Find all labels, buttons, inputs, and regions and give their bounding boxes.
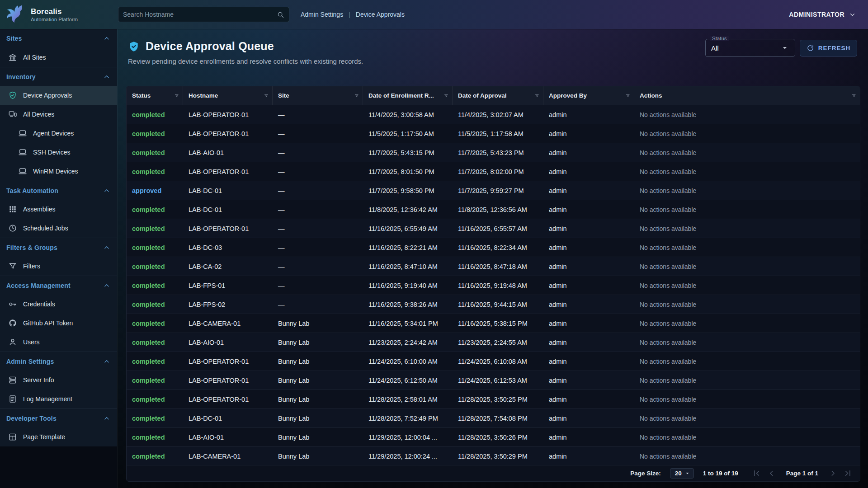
table-row[interactable]: completedLAB-OPERATOR-01—11/7/2025, 8:01… [127,162,860,181]
pagination: Page Size: 20 1 to 19 of 19 Page 1 of 1 [127,465,860,481]
column-header-date-of-approval[interactable]: Date of Approval [453,86,543,105]
sidebar-item-credentials[interactable]: Credentials [0,295,117,314]
actions-cell: No actions available [634,352,860,371]
sidebar-item-assemblies[interactable]: Assemblies [0,200,117,219]
search-input[interactable] [123,11,277,18]
column-header-approved-by[interactable]: Approved By [543,86,634,105]
table-row[interactable]: completedLAB-AIO-01—11/7/2025, 5:43:15 P… [127,143,860,162]
column-header-actions[interactable]: Actions [634,86,860,105]
sidebar-item-users[interactable]: Users [0,333,117,352]
sidebar-item-all-sites[interactable]: All Sites [0,48,117,67]
table-row[interactable]: completedLAB-CAMERA-01Bunny Lab11/16/202… [127,314,860,333]
sidebar-item-log-management[interactable]: Log Management [0,389,117,408]
actions-cell: No actions available [634,143,860,162]
page-subtitle: Review pending device enrollments and re… [128,57,363,65]
sidebar-section-filters-groups[interactable]: Filters & Groups [0,238,117,257]
filter-icon[interactable] [849,92,856,99]
filter-icon[interactable] [172,92,179,99]
sidebar-item-label: All Devices [23,111,54,118]
first-page-button[interactable] [752,469,761,478]
table-row[interactable]: completedLAB-DC-01Bunny Lab11/28/2025, 7… [127,409,860,428]
column-header-date-of-enrollment-r[interactable]: Date of Enrollment R... [363,86,453,105]
sidebar-section-developer-tools[interactable]: Developer Tools [0,408,117,427]
sidebar-item-agent-devices[interactable]: Agent Devices [0,124,117,143]
approval-date-cell: 11/8/2025, 12:36:56 AM [453,200,543,219]
filter-icon[interactable] [441,92,448,99]
page-header: Device Approval Queue [128,40,274,53]
breadcrumb-admin-settings[interactable]: Admin Settings [301,11,343,18]
column-header-status[interactable]: Status [127,86,183,105]
last-page-button[interactable] [843,469,853,478]
site-cell: Bunny Lab [273,371,363,389]
hostname-cell: LAB-OPERATOR-01 [183,390,273,408]
table-row[interactable]: completedLAB-AIO-01Bunny Lab11/23/2025, … [127,333,860,352]
actions-cell: No actions available [634,333,860,352]
table-row[interactable]: completedLAB-OPERATOR-01Bunny Lab11/28/2… [127,390,860,409]
table-row[interactable]: completedLAB-CA-02—11/16/2025, 8:47:10 A… [127,257,860,276]
status-cell: completed [127,390,183,408]
sidebar-item-server-info[interactable]: Server Info [0,371,117,389]
table-row[interactable]: completedLAB-OPERATOR-01—11/4/2025, 3:00… [127,105,860,124]
table-row[interactable]: completedLAB-OPERATOR-01—11/5/2025, 1:17… [127,124,860,143]
previous-page-button[interactable] [767,469,776,478]
sidebar-item-page-template[interactable]: Page Template [0,427,117,446]
filter-icon[interactable] [532,92,539,99]
refresh-button[interactable]: REFRESH [800,40,857,56]
status-cell: completed [127,352,183,371]
approval-date-cell: 11/28/2025, 7:54:08 PM [453,409,543,427]
sidebar-item-winrm-devices[interactable]: WinRM Devices [0,162,117,181]
table-row[interactable]: approvedLAB-DC-01—11/7/2025, 9:58:50 PM1… [127,181,860,200]
table-row[interactable]: completedLAB-DC-01—11/8/2025, 12:36:42 A… [127,200,860,219]
sidebar-item-ssh-devices[interactable]: SSH Devices [0,143,117,162]
table-row[interactable]: completedLAB-CAMERA-01Bunny Lab11/29/202… [127,447,860,466]
sidebar-section-task-automation[interactable]: Task Automation [0,181,117,200]
enrollment-date-cell: 11/4/2025, 3:00:58 AM [363,105,453,124]
table-row[interactable]: completedLAB-OPERATOR-01Bunny Lab11/24/2… [127,352,860,371]
approval-date-cell: 11/5/2025, 1:17:58 AM [453,124,543,143]
sidebar-section-admin-settings[interactable]: Admin Settings [0,352,117,371]
table-row[interactable]: completedLAB-AIO-01Bunny Lab11/29/2025, … [127,428,860,447]
sidebar-item-filters[interactable]: Filters [0,257,117,276]
sidebar-item-device-approvals[interactable]: Device Approvals [0,86,117,105]
user-menu[interactable]: ADMINISTRATOR [789,0,856,29]
table-body: completedLAB-OPERATOR-01—11/4/2025, 3:00… [127,105,860,466]
sidebar-section-label: Inventory [6,73,36,80]
table-row[interactable]: completedLAB-FPS-02—11/16/2025, 9:38:26 … [127,295,860,314]
sidebar-section-sites[interactable]: Sites [0,29,117,48]
sidebar-item-label: Credentials [23,300,55,308]
laptop-icon [18,148,27,157]
status-cell: completed [127,124,183,143]
approval-date-cell: 11/7/2025, 9:59:27 PM [453,181,543,200]
approved-by-cell: admin [543,181,634,200]
filter-icon[interactable] [623,92,630,99]
filter-icon[interactable] [261,92,269,99]
approval-date-cell: 11/16/2025, 9:19:48 AM [453,276,543,295]
sidebar-item-github-api-token[interactable]: GitHub API Token [0,314,117,333]
sidebar-item-scheduled-jobs[interactable]: Scheduled Jobs [0,219,117,238]
filter-icon[interactable] [352,92,359,99]
column-header-hostname[interactable]: Hostname [183,86,273,105]
sidebar-item-all-devices[interactable]: All Devices [0,105,117,124]
column-header-site[interactable]: Site [273,86,363,105]
table-row[interactable]: completedLAB-DC-03—11/16/2025, 8:22:21 A… [127,238,860,257]
status-filter-select[interactable]: Status All [705,39,795,57]
table-row[interactable]: completedLAB-OPERATOR-01Bunny Lab11/24/2… [127,371,860,390]
sidebar-section-inventory[interactable]: Inventory [0,67,117,86]
breadcrumb-device-approvals[interactable]: Device Approvals [356,11,405,18]
page-size-select[interactable]: 20 [670,468,694,479]
hostname-cell: LAB-DC-01 [183,181,273,200]
clock-icon [8,224,17,233]
status-cell: completed [127,257,183,276]
sidebar-section-access-management[interactable]: Access Management [0,276,117,295]
table-row[interactable]: completedLAB-FPS-01—11/16/2025, 9:19:40 … [127,276,860,295]
table-row[interactable]: completedLAB-OPERATOR-01—11/16/2025, 6:5… [127,219,860,238]
site-cell: Bunny Lab [273,409,363,427]
site-cell: — [273,162,363,181]
site-cell: — [273,200,363,219]
next-page-button[interactable] [828,469,838,478]
approval-date-cell: 11/28/2025, 3:50:26 PM [453,428,543,446]
search-icon[interactable] [277,11,284,19]
refresh-button-label: REFRESH [818,45,851,52]
sidebar-item-label: Page Template [23,433,65,441]
brand[interactable]: Borealis Automation Platform [0,4,113,25]
